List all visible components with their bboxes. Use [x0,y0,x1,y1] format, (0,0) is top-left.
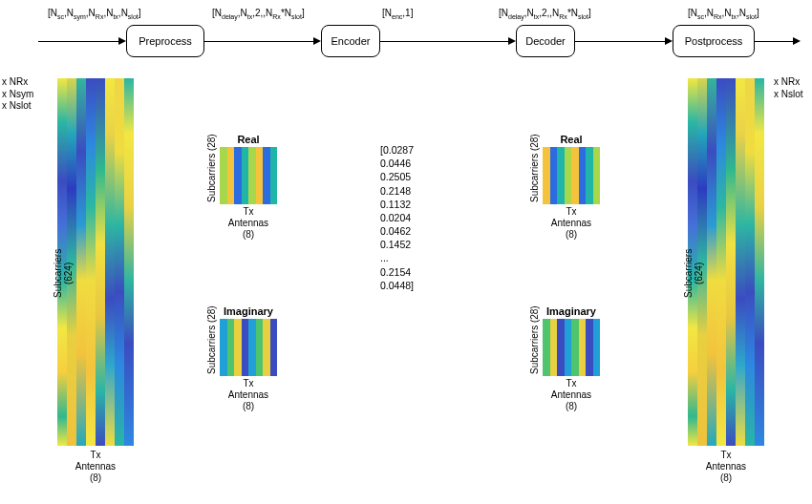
arrow-2 [204,41,315,42]
dec-imag-canvas [543,319,600,376]
dim-d2: [Ndelay,Ntx,2,,NRx*Nslot] [212,8,305,20]
input-heatmap: Subcarriers(624) TxAntennas(8) [57,78,134,484]
dim-d1: [Nsc,Nsym,NRx,Ntx,Nslot] [48,8,141,20]
dim-d4: [Ndelay,Ntx,2,,NRx*Nslot] [499,8,591,20]
stage-decoder: Decoder [516,25,575,57]
left-note-nslot: x Nslot [2,100,33,113]
input-xlabel: TxAntennas(8) [57,450,134,484]
output-xlabel: TxAntennas(8) [688,450,764,484]
pipeline-flow: [Nsc,Nsym,NRx,Ntx,Nslot] [Ndelay,Ntx,2,,… [0,8,812,65]
left-note-nsym: x Nsym [2,89,33,101]
pre-imag-heatmap: Imaginary Subcarriers (28) TxAntennas(8) [201,305,296,412]
dec-real-heatmap: Real Subcarriers (28) TxAntennas(8) [524,134,619,241]
arrow-1 [38,41,120,42]
encoder-vector: [0.0287 0.0446 0.2505 0.2148 0.1132 0.02… [380,143,414,292]
right-note-nslot: x Nslot [774,89,803,101]
left-note-nrx: x NRx [2,76,33,89]
arrow-4 [575,41,667,42]
right-note-nrx: x NRx [774,76,803,89]
dim-d5: [Nsc,NRx,Ntx,Nslot] [688,8,759,20]
left-side-notes: x NRx x Nsym x Nslot [2,76,33,113]
dec-real-canvas [543,147,600,204]
arrow-3 [380,41,510,42]
input-ylabel: Subcarriers(624) [53,249,74,298]
stage-encoder: Encoder [321,25,380,57]
output-ylabel: Subcarriers(624) [683,249,704,298]
pre-real-heatmap: Real Subcarriers (28) TxAntennas(8) [201,134,296,241]
dec-imag-heatmap: Imaginary Subcarriers (28) TxAntennas(8) [524,305,619,412]
arrow-5 [755,41,795,42]
stage-preprocess: Preprocess [126,25,204,57]
pre-real-canvas [220,147,277,204]
output-heatmap: Subcarriers(624) TxAntennas(8) [688,78,764,484]
pre-imag-canvas [220,319,277,376]
right-side-notes: x NRx x Nslot [774,76,803,100]
dim-d3: [Nenc,1] [382,8,413,20]
stage-postprocess: Postprocess [673,25,755,57]
